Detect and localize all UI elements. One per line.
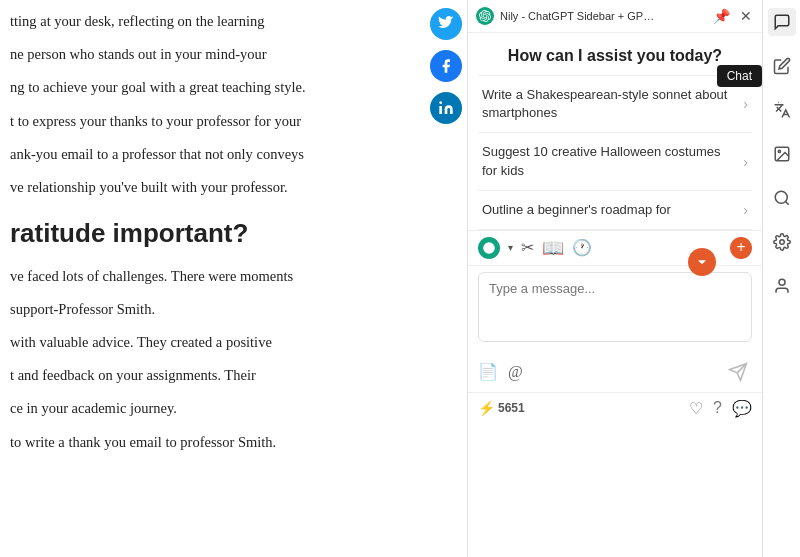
toolbar-gpt-logo <box>478 237 500 259</box>
send-button[interactable] <box>724 358 752 386</box>
footer-icons: ♡ ? 💬 <box>689 399 752 418</box>
svg-point-6 <box>775 191 787 203</box>
suggestion-card-3[interactable]: Outline a beginner's roadmap for › <box>478 191 752 230</box>
right-strip-image-icon[interactable] <box>768 140 796 168</box>
svg-point-5 <box>778 150 780 152</box>
main-content: tting at your desk, reflecting on the le… <box>0 0 425 557</box>
file-attach-icon[interactable]: 📄 <box>478 362 498 381</box>
chat-footer: ⚡ 5651 ♡ ? 💬 <box>468 392 762 424</box>
chat-input-area <box>468 265 762 352</box>
search-magnifier-icon <box>773 189 791 207</box>
chat-header-left: Nily - ChatGPT Sidebar + GPT-4o, D... <box>476 7 660 25</box>
facebook-share-button[interactable] <box>430 50 462 82</box>
paragraph-2: ne person who stands out in your mind-yo… <box>10 43 405 66</box>
chat-header-title: Nily - ChatGPT Sidebar + GPT-4o, D... <box>500 10 660 22</box>
paragraph-4: t to express your thanks to your profess… <box>10 110 405 133</box>
svg-line-7 <box>785 201 788 204</box>
right-strip-user-icon[interactable] <box>768 272 796 300</box>
social-share-bar <box>425 0 467 557</box>
main-heading: ratitude important? <box>10 213 405 255</box>
linkedin-icon <box>438 100 454 116</box>
right-strip-chat-icon[interactable] <box>768 8 796 36</box>
chat-header-icons: 📌 ✕ <box>711 6 754 26</box>
translate-icon <box>773 101 791 119</box>
chat-toolbar: ▾ ✂ 📖 🕐 + <box>468 230 762 265</box>
toolbar-openai-icon <box>482 241 496 255</box>
pin-button[interactable]: 📌 <box>711 6 732 26</box>
chat-body: How can I assist you today? Write a Shak… <box>468 33 762 557</box>
close-button[interactable]: ✕ <box>738 6 754 26</box>
footer-chat-button[interactable]: 💬 <box>732 399 752 418</box>
user-icon <box>773 277 791 295</box>
paragraph-8: support-Professor Smith. <box>10 298 405 321</box>
paragraph-11: ce in your academic journey. <box>10 397 405 420</box>
right-strip-search-icon[interactable] <box>768 184 796 212</box>
suggestion-text-3: Outline a beginner's roadmap for <box>482 201 735 219</box>
input-bottom-bar: 📄 @ <box>468 352 762 392</box>
chat-bubble-icon <box>773 13 791 31</box>
paragraph-7: ve faced lots of challenges. There were … <box>10 265 405 288</box>
suggestion-arrow-1: › <box>743 96 748 112</box>
svg-point-9 <box>779 279 785 285</box>
paragraph-3: ng to achieve your goal with a great tea… <box>10 76 405 99</box>
right-icon-strip: Chat <box>762 0 800 557</box>
right-strip-settings-icon[interactable] <box>768 228 796 256</box>
right-strip-edit-icon[interactable] <box>768 52 796 80</box>
paragraph-5: ank-you email to a professor that not on… <box>10 143 405 166</box>
toolbar-history-icon[interactable]: 🕐 <box>572 238 592 257</box>
chat-header: Nily - ChatGPT Sidebar + GPT-4o, D... 📌 … <box>468 0 762 33</box>
chevron-down-icon <box>695 255 709 269</box>
mention-icon[interactable]: @ <box>508 363 523 381</box>
footer-help-button[interactable]: ? <box>713 399 722 418</box>
facebook-icon <box>438 58 454 74</box>
twitter-share-button[interactable] <box>430 8 462 40</box>
suggestion-arrow-3: › <box>743 202 748 218</box>
suggestion-cards: Write a Shakespearean-style sonnet about… <box>468 75 762 230</box>
toolbar-dropdown-arrow[interactable]: ▾ <box>508 242 513 253</box>
toolbar-book-icon[interactable]: 📖 <box>542 237 564 259</box>
paragraph-6: ve relationship you've built with your p… <box>10 176 405 199</box>
suggestion-text-2: Suggest 10 creative Halloween costumes f… <box>482 143 735 179</box>
paragraph-1: tting at your desk, reflecting on the le… <box>10 10 405 33</box>
paragraph-12: to write a thank you email to professor … <box>10 431 405 454</box>
pencil-icon <box>773 57 791 75</box>
gear-icon <box>773 233 791 251</box>
svg-point-0 <box>439 101 442 104</box>
openai-logo-icon <box>479 10 491 22</box>
suggestion-text-1: Write a Shakespearean-style sonnet about… <box>482 86 735 122</box>
footer-count: 5651 <box>498 401 525 415</box>
suggestion-arrow-2: › <box>743 154 748 170</box>
paragraph-9: with valuable advice. They created a pos… <box>10 331 405 354</box>
chatgpt-logo <box>476 7 494 25</box>
svg-point-1 <box>483 242 495 254</box>
paragraph-10: t and feedback on your assignments. Thei… <box>10 364 405 387</box>
toolbar-scissors-icon[interactable]: ✂ <box>521 238 534 257</box>
right-strip-translate-icon[interactable] <box>768 96 796 124</box>
chat-message-input[interactable] <box>478 272 752 342</box>
chat-tooltip: Chat <box>717 65 762 87</box>
lightning-icon: ⚡ <box>478 400 495 416</box>
suggestion-card-2[interactable]: Suggest 10 creative Halloween costumes f… <box>478 133 752 190</box>
send-icon <box>728 362 748 382</box>
svg-point-8 <box>779 240 784 245</box>
toolbar-add-button[interactable]: + <box>730 237 752 259</box>
footer-heart-button[interactable]: ♡ <box>689 399 703 418</box>
linkedin-share-button[interactable] <box>430 92 462 124</box>
image-icon <box>773 145 791 163</box>
scroll-down-button[interactable] <box>688 248 716 276</box>
twitter-icon <box>438 16 454 32</box>
suggestion-card-1[interactable]: Write a Shakespearean-style sonnet about… <box>478 75 752 133</box>
